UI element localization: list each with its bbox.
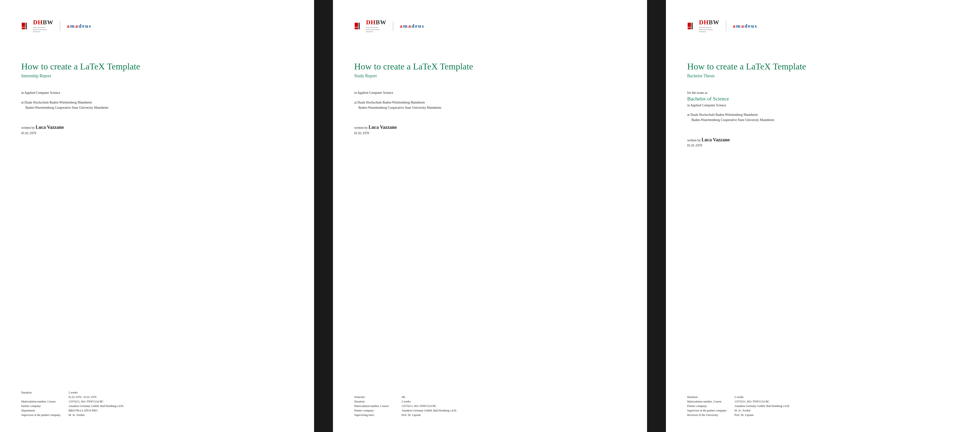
info-label-1: Duration:: [354, 400, 401, 403]
svg-rect-7: [688, 27, 691, 29]
amadeus-logo: AMADEUS: [733, 23, 757, 29]
dhbw-subtitle: Duale HochschuleBaden-WürttembergMannhei…: [699, 27, 719, 33]
header: DHBW Duale HochschuleBaden-WürttembergMa…: [687, 19, 959, 33]
info-label-4: Department:: [21, 409, 68, 412]
info-value-3: Amadeus Germany GmbH, Bad Homburg v.d.H.: [401, 409, 457, 412]
main-title: How to create a LaTeX Template: [687, 61, 959, 72]
info-value-2: 13374211, MA-TINF15AI-BC: [68, 400, 103, 403]
author-name: Luca Vazzano: [369, 124, 397, 130]
page-container: DHBW Duale HochschuleBaden-WürttembergMa…: [0, 0, 980, 432]
header: DHBW Duale HochschuleBaden-WürttembergMa…: [21, 19, 293, 33]
degree-label: Bachelor of Science: [687, 96, 959, 102]
doc-type: Internship Report: [21, 73, 293, 78]
info-row-5: Supervisor at the partner company:M. Sc.…: [21, 413, 293, 417]
program-label: in Applied Computer Science: [687, 103, 959, 108]
university-label: at Duale Hochschule Baden-Württemberg Ma…: [21, 100, 293, 105]
dhbw-logo: DHBW Duale HochschuleBaden-WürttembergMa…: [21, 19, 91, 33]
university-sub: Baden-Wuerttemberg Cooperative State Uni…: [691, 118, 959, 123]
page-separator-2: [647, 0, 666, 432]
svg-rect-1: [22, 27, 25, 29]
info-row-3: Partner company:Amadeus Germany GmbH, Ba…: [354, 409, 626, 412]
info-row-4: Supervising tutor:Prof. Dr. Lipsum: [354, 413, 626, 417]
written-by-label: written by: [354, 126, 369, 129]
amadeus-a: A: [733, 23, 736, 29]
info-value-0: 2 weeks: [734, 395, 744, 399]
svg-rect-2: [25, 23, 27, 29]
written-by-line: written by Luca Vazzano: [21, 124, 293, 131]
written-by-line: written by Luca Vazzano: [354, 124, 626, 131]
amadeus-a: A: [67, 23, 70, 29]
amadeus-second-a: A: [75, 23, 79, 29]
footer-info: Semester:3thDuration:2 weeksMatriculatio…: [354, 386, 626, 418]
page-bachelor-thesis: DHBW Duale HochschuleBaden-WürttembergMa…: [666, 0, 980, 432]
dhbw-logo: DHBW Duale HochschuleBaden-WürttembergMa…: [354, 19, 424, 33]
info-row-4: Reviewer of the University:Prof. Dr. Lip…: [687, 413, 959, 417]
info-label-2: Partner company:: [687, 404, 734, 408]
doc-type: Bachelor Thesis: [687, 73, 959, 78]
program-label: in Applied Computer Science: [354, 90, 626, 96]
dhbw-dh-text: DH: [699, 19, 709, 26]
svg-rect-5: [358, 23, 360, 29]
exam-label: for the exam as: [687, 90, 959, 96]
info-value-1: 2 weeks: [401, 400, 410, 403]
info-value-0: 2 weeks: [68, 391, 78, 394]
body-section: in Applied Computer Scienceat Duale Hoch…: [21, 90, 293, 110]
info-row-2: Matriculation number, Course:13374211, M…: [354, 404, 626, 408]
amadeus-second-a: A: [741, 23, 745, 29]
info-row-1: Duration:2 weeks: [354, 400, 626, 403]
info-value-3: Amadeus Germany GmbH, Bad Homburg v.d.H.: [68, 404, 124, 408]
info-label-1: [21, 395, 68, 399]
info-value-4: R&D-FRA-LATEX-PRO: [68, 409, 97, 412]
info-row-3: Partner company:Amadeus Germany GmbH, Ba…: [21, 404, 293, 408]
svg-rect-6: [688, 23, 691, 27]
info-label-4: Reviewer of the University:: [687, 413, 734, 417]
dhbw-text: DHBW: [699, 19, 719, 26]
info-row-2: Matriculation number, Course:13374211, M…: [21, 400, 293, 403]
info-label-2: Matriculation number, Course:: [21, 400, 68, 403]
header-divider: [726, 21, 726, 31]
info-row-4: Department:R&D-FRA-LATEX-PRO: [21, 409, 293, 412]
written-by-label: written by: [687, 139, 702, 142]
footer-info: Duration:2 weeksMatriculation number, Co…: [687, 386, 959, 418]
info-value-0: 3th: [401, 395, 405, 399]
dhbw-bw-text: BW: [376, 19, 387, 26]
author-date: 01.01.1970: [687, 143, 959, 148]
dhbw-subtitle: Duale HochschuleBaden-WürttembergMannhei…: [33, 27, 53, 33]
written-by-section: written by Luca Vazzano01.01.1970: [354, 124, 626, 136]
university-label: at Duale Hochschule Baden-Württemberg Ma…: [687, 112, 959, 118]
page-study-report: DHBW Duale HochschuleBaden-WürttembergMa…: [333, 0, 647, 432]
info-value-2: Amadeus Germany GmbH, Bad Homburg v.d.H.: [734, 404, 790, 408]
dhbw-dh-text: DH: [366, 19, 376, 26]
info-row-0: Duration:2 weeks: [21, 391, 293, 394]
written-by-section: written by Luca Vazzano01.01.1970: [21, 124, 293, 136]
info-row-0: Semester:3th: [354, 395, 626, 399]
page-internship-report: DHBW Duale HochschuleBaden-WürttembergMa…: [0, 0, 314, 432]
main-title: How to create a LaTeX Template: [21, 61, 293, 72]
info-label-4: Supervising tutor:: [354, 413, 401, 417]
header: DHBW Duale HochschuleBaden-WürttembergMa…: [354, 19, 626, 33]
info-row-1: Matriculation number, Course:13374211, M…: [687, 400, 959, 403]
written-by-line: written by Luca Vazzano: [687, 137, 959, 143]
doc-type: Study Report: [354, 73, 626, 78]
amadeus-logo: AMADEUS: [400, 23, 424, 29]
info-value-1: 13374211, MA-TINF15AI-BC: [734, 400, 769, 403]
body-section: for the exam asBachelor of Sciencein App…: [687, 90, 959, 123]
info-value-2: 13374211, MA-TINF15AI-BC: [401, 404, 436, 408]
info-row-0: Duration:2 weeks: [687, 395, 959, 399]
author-name: Luca Vazzano: [702, 137, 730, 142]
info-row-2: Partner company:Amadeus Germany GmbH, Ba…: [687, 404, 959, 408]
svg-rect-3: [355, 23, 358, 27]
dhbw-subtitle: Duale HochschuleBaden-WürttembergMannhei…: [366, 27, 387, 33]
author-name: Luca Vazzano: [36, 124, 64, 130]
amadeus-a: A: [400, 23, 403, 29]
body-section: in Applied Computer Scienceat Duale Hoch…: [354, 90, 626, 110]
university-sub: Baden-Wuerttemberg Cooperative State Uni…: [358, 105, 626, 110]
dhbw-icon: [687, 21, 698, 31]
info-value-3: M. Sc. Foobar: [734, 409, 751, 412]
info-row-3: Supervisor at the partner company:M. Sc.…: [687, 409, 959, 412]
page-separator-1: [314, 0, 333, 432]
university-sub: Baden-Wuerttemberg Cooperative State Uni…: [25, 105, 293, 110]
info-value-5: M. Sc. Foobar: [68, 413, 85, 417]
dhbw-bw-text: BW: [43, 19, 53, 26]
main-title: How to create a LaTeX Template: [354, 61, 626, 72]
